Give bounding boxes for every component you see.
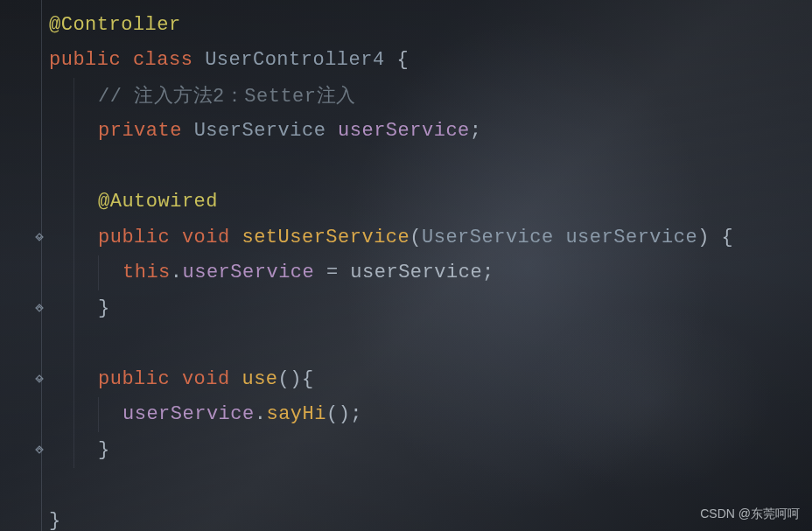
keyword: public class [49,49,205,71]
code-line[interactable]: } [49,290,812,326]
code-line-blank[interactable] [49,149,812,185]
code-line-blank[interactable] [49,468,812,504]
variable: userService [350,262,482,283]
annotation-controller: @Controller [49,14,181,36]
code-line[interactable]: @Controller [49,7,812,43]
keyword: public void [98,227,242,248]
code-line-blank[interactable] [49,326,812,362]
param-name: userService [565,227,697,248]
editor-gutter [0,0,49,531]
code-line[interactable]: public void setUserService(UserService u… [49,220,812,255]
keyword-this: this [122,262,171,283]
comment: // 注入方法2：Setter注入 [98,82,356,108]
type: UserService [194,120,338,142]
paren-open: ( [410,227,422,248]
code-line[interactable]: @Autowired [49,185,812,220]
code-content[interactable]: @Controller public class UserController4… [49,0,812,531]
semicolon: ; [470,120,482,142]
code-line[interactable]: userService.sayHi(); [49,397,812,433]
annotation-autowired: @Autowired [98,191,218,213]
code-line[interactable]: // 注入方法2：Setter注入 [49,78,812,114]
method-name: use [242,368,277,390]
fold-icon[interactable] [33,444,46,456]
class-name: UserController4 [205,49,385,71]
param-type: UserService [422,227,554,248]
code-line[interactable]: } [49,432,812,468]
field: userService [183,262,315,283]
paren-close: ) { [697,227,733,248]
code-line[interactable]: public class UserController4 { [49,43,812,79]
brace-close: } [98,439,110,461]
code-line[interactable]: } [49,503,812,531]
brace-close: } [49,510,61,531]
method-call: sayHi [266,403,326,425]
brace: { [385,49,409,71]
watermark: CSDN @东莞呵呵 [700,507,800,522]
keyword: public void [98,368,242,390]
fold-icon[interactable] [33,231,46,243]
code-editor[interactable]: @Controller public class UserController4… [0,0,812,531]
field: userService [338,120,470,142]
fold-icon[interactable] [33,373,46,385]
code-line[interactable]: this.userService = userService; [49,255,812,291]
code-line[interactable]: private UserService userService; [49,114,812,150]
code-line[interactable]: public void use(){ [49,361,812,397]
field: userService [122,403,255,425]
method-name: setUserService [242,227,410,248]
keyword: private [98,120,194,142]
brace-close: } [98,297,110,319]
fold-icon[interactable] [33,302,46,314]
